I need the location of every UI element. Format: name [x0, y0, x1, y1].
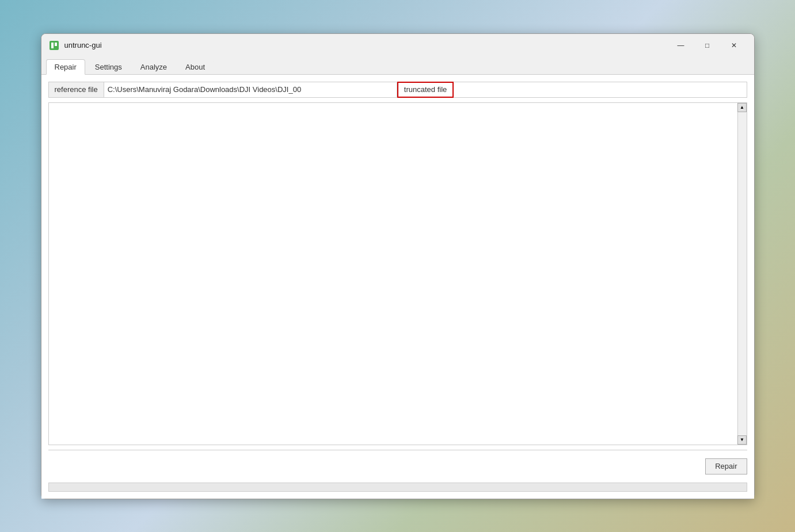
scroll-down-arrow[interactable]: ▼ — [737, 435, 747, 445]
log-area-container: ▲ ▼ — [48, 102, 747, 445]
title-bar: untrunc-gui — □ ✕ — [41, 34, 754, 57]
window-body: Repair Settings Analyze About reference … — [41, 57, 754, 499]
maximize-button[interactable]: □ — [694, 36, 721, 55]
app-icon — [48, 40, 60, 51]
tab-settings[interactable]: Settings — [86, 59, 131, 74]
log-output — [49, 103, 737, 445]
title-bar-controls: — □ ✕ — [668, 36, 747, 55]
close-button[interactable]: ✕ — [721, 36, 747, 55]
scrollbar-track: ▲ ▼ — [737, 103, 747, 445]
bottom-bar: Repair — [48, 455, 747, 474]
minimize-button[interactable]: — — [668, 36, 694, 55]
title-bar-left: untrunc-gui — [48, 40, 102, 51]
truncated-file-input[interactable] — [454, 82, 747, 98]
truncated-file-label[interactable]: truncated file — [397, 82, 454, 98]
divider — [48, 450, 747, 450]
reference-file-label: reference file — [48, 82, 104, 98]
scroll-thumb-area[interactable] — [738, 112, 747, 435]
main-window: untrunc-gui — □ ✕ Repair Settings Analyz… — [41, 33, 755, 499]
tab-about[interactable]: About — [177, 59, 214, 74]
file-row: reference file truncated file — [48, 82, 747, 98]
window-title: untrunc-gui — [64, 41, 102, 49]
reference-file-input[interactable] — [104, 82, 397, 98]
scroll-up-arrow[interactable]: ▲ — [737, 103, 747, 112]
repair-button[interactable]: Repair — [705, 458, 747, 474]
tab-repair[interactable]: Repair — [46, 59, 85, 75]
tab-analyze[interactable]: Analyze — [132, 59, 176, 74]
repair-tab-content: reference file truncated file ▲ ▼ Repair — [41, 75, 754, 499]
tab-bar: Repair Settings Analyze About — [41, 57, 754, 75]
svg-rect-2 — [55, 43, 57, 46]
svg-rect-0 — [50, 41, 59, 50]
svg-rect-1 — [51, 43, 54, 48]
progress-bar-container — [48, 483, 747, 492]
